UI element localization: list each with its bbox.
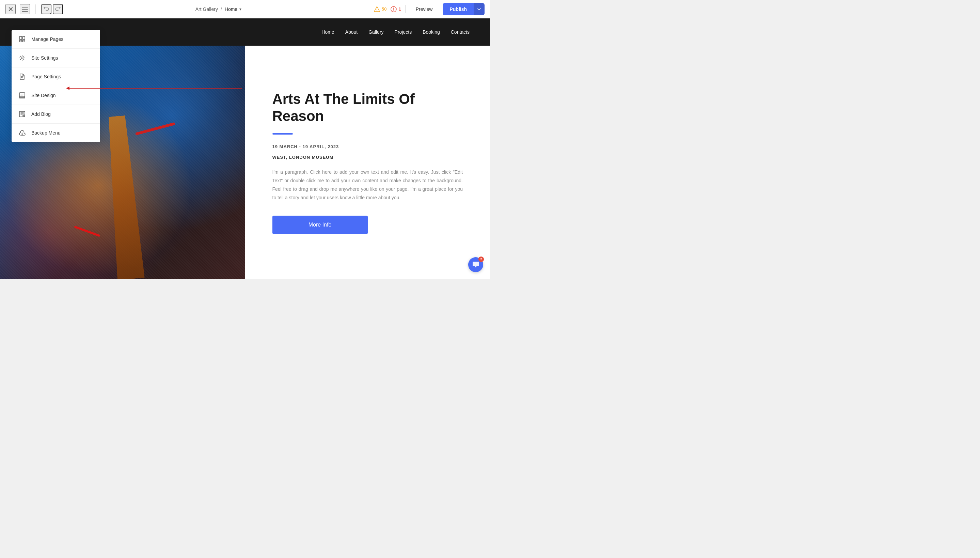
hamburger-button[interactable] [20, 4, 30, 14]
menu-item-page-settings[interactable]: Page Settings [11, 67, 100, 86]
error-badge[interactable]: 1 [391, 6, 401, 12]
publish-dropdown-button[interactable] [474, 3, 484, 15]
toolbar-left: ✕ [5, 4, 63, 14]
svg-rect-11 [20, 93, 25, 97]
svg-rect-12 [20, 97, 25, 98]
svg-rect-1 [22, 9, 28, 10]
publish-button[interactable]: Publish [443, 4, 474, 15]
blog-icon [18, 110, 26, 118]
page-name: Home [225, 7, 237, 12]
redo-button[interactable] [53, 4, 63, 14]
svg-point-10 [21, 57, 23, 59]
menu-item-backup-menu[interactable]: Backup Menu [11, 124, 100, 142]
toolbar-right: 50 1 Preview Publish [374, 3, 484, 15]
svg-point-3 [376, 10, 377, 11]
svg-rect-0 [22, 7, 28, 8]
undo-redo-group [41, 4, 63, 14]
pages-icon [18, 35, 26, 43]
settings-icon [18, 54, 26, 62]
close-button[interactable]: ✕ [5, 4, 16, 14]
add-blog-label: Add Blog [31, 112, 51, 117]
svg-rect-7 [23, 36, 25, 39]
page-title-breadcrumb[interactable]: Art Gallery / Home ▾ [63, 7, 374, 12]
warning-count: 50 [382, 7, 386, 11]
menu-item-site-design[interactable]: Site Design [11, 86, 100, 105]
design-icon [18, 92, 26, 99]
toolbar: ✕ Art Gallery [0, 0, 490, 18]
publish-group: Publish [443, 3, 484, 15]
dropdown-overlay: Manage Pages Site Settings [0, 18, 490, 279]
svg-point-5 [394, 10, 394, 11]
page-icon [18, 73, 26, 80]
backup-menu-label: Backup Menu [31, 130, 61, 136]
menu-item-manage-pages[interactable]: Manage Pages [11, 30, 100, 49]
site-design-label: Site Design [31, 93, 56, 98]
site-name: Art Gallery [195, 7, 218, 12]
error-count: 1 [398, 7, 401, 11]
undo-button[interactable] [41, 4, 51, 14]
menu-item-add-blog[interactable]: Add Blog [11, 105, 100, 124]
manage-pages-label: Manage Pages [31, 36, 63, 42]
site-settings-label: Site Settings [31, 55, 58, 61]
svg-rect-2 [22, 11, 28, 11]
page-settings-label: Page Settings [31, 74, 61, 79]
breadcrumb-separator: / [221, 7, 222, 12]
svg-rect-9 [23, 40, 25, 42]
toolbar-divider-1 [35, 5, 36, 14]
svg-rect-6 [20, 36, 22, 39]
toolbar-divider-2 [405, 5, 406, 13]
warning-badge[interactable]: 50 [374, 6, 386, 12]
dropdown-menu: Manage Pages Site Settings [11, 30, 100, 142]
main-area: Home About Gallery Projects Booking Cont… [0, 18, 490, 279]
preview-button[interactable]: Preview [410, 4, 439, 15]
backup-icon [18, 129, 26, 136]
breadcrumb-chevron-icon: ▾ [239, 7, 241, 11]
menu-item-site-settings[interactable]: Site Settings [11, 49, 100, 67]
svg-rect-8 [20, 40, 22, 42]
